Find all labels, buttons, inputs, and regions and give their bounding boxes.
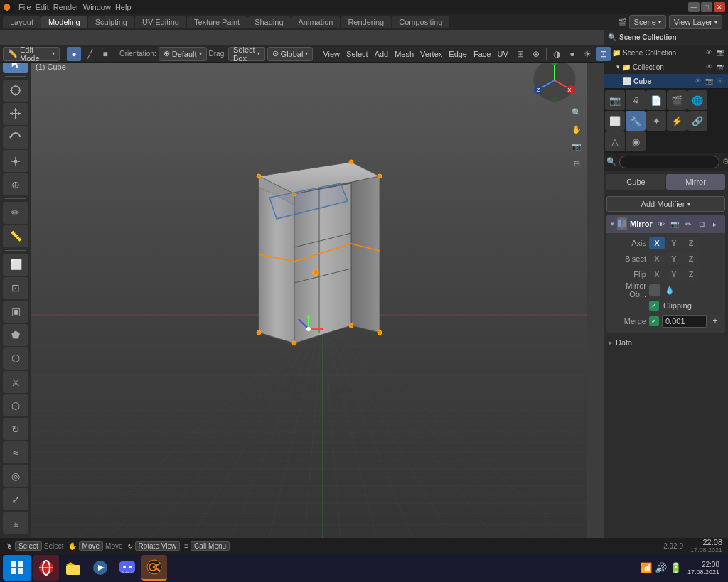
menu-render[interactable]: Render: [53, 3, 79, 11]
tab-layout[interactable]: Layout: [3, 16, 41, 28]
merge-plus-btn[interactable]: +: [710, 315, 721, 328]
push-pull-tool[interactable]: ⤢: [3, 488, 28, 510]
bisect-y-btn[interactable]: Y: [666, 252, 682, 265]
scale-tool[interactable]: [3, 150, 28, 172]
mod-tab-mirror[interactable]: Mirror: [666, 174, 725, 190]
gizmo-icon[interactable]: ⊕: [529, 47, 543, 61]
shrink-fatten-tool[interactable]: ◎: [3, 465, 28, 487]
tab-shading[interactable]: Shading: [247, 16, 290, 28]
cube-render-icon[interactable]: 📷: [704, 76, 714, 86]
transform-tool[interactable]: ⊕: [3, 173, 28, 195]
axis-y-btn[interactable]: Y: [666, 237, 682, 249]
render-icon[interactable]: 📷: [715, 48, 725, 58]
cursor-tool[interactable]: [3, 80, 28, 102]
tray-battery[interactable]: 🔋: [670, 562, 682, 573]
constraints-props-tab[interactable]: 🔗: [687, 111, 707, 131]
tab-animation[interactable]: Animation: [291, 16, 341, 28]
modifier-props-tab[interactable]: 🔧: [626, 111, 646, 131]
measure-tool[interactable]: 📏: [3, 225, 28, 247]
face-icon[interactable]: ■: [98, 47, 112, 61]
taskbar-discord[interactable]: [114, 555, 140, 581]
view-layer-dropdown[interactable]: View Layer ▾: [669, 15, 722, 29]
inset-tool[interactable]: ▣: [3, 301, 28, 323]
menu-window[interactable]: Window: [83, 3, 111, 11]
outliner-item-cube[interactable]: ⬜ Cube 👁 📷 ☉: [604, 74, 728, 88]
rotate-tool[interactable]: [3, 126, 28, 149]
face-menu[interactable]: Face: [471, 49, 493, 59]
spin-tool[interactable]: ↻: [3, 418, 28, 440]
view-layer-props-tab[interactable]: 📄: [646, 90, 666, 110]
taskbar-explorer[interactable]: [60, 555, 86, 581]
edge-menu[interactable]: Edge: [446, 49, 470, 59]
vertex-icon[interactable]: ●: [67, 47, 81, 61]
smooth-tool[interactable]: ≈: [3, 441, 28, 463]
render-shading[interactable]: ☀: [581, 47, 595, 61]
settings-icon[interactable]: ⚙: [722, 157, 728, 166]
mod-card-header[interactable]: ▾ Mirror 👁 📷 ✏ ⊡ ▸ ✕: [606, 215, 725, 233]
tray-volume[interactable]: 🔊: [655, 562, 667, 573]
mod-realtime-icon[interactable]: 👁: [655, 218, 667, 230]
edge-icon[interactable]: ╱: [82, 47, 97, 61]
cube-vis-icon[interactable]: 👁: [692, 76, 702, 86]
mod-close-icon[interactable]: ✕: [723, 218, 725, 230]
tab-uv-editing[interactable]: UV Editing: [135, 16, 186, 28]
data-section[interactable]: ▸ Data: [606, 335, 725, 350]
tab-rendering[interactable]: Rendering: [341, 16, 391, 28]
wireframe-shading[interactable]: ⊡: [596, 47, 611, 61]
mirror-obj-eyedrop[interactable]: 💧: [663, 284, 676, 296]
scene-props-tab[interactable]: 🎬: [667, 90, 687, 110]
axis-z-btn[interactable]: Z: [683, 237, 699, 249]
view-menu[interactable]: View: [320, 49, 343, 59]
overlay-icon[interactable]: ⊞: [513, 47, 528, 61]
bisect-z-btn[interactable]: Z: [683, 252, 699, 265]
particle-props-tab[interactable]: ✦: [646, 111, 666, 131]
scene-dropdown[interactable]: Scene ▾: [629, 15, 666, 29]
material-shading[interactable]: ●: [565, 47, 579, 61]
start-button[interactable]: [3, 555, 31, 581]
pivot-dropdown[interactable]: ⊙ Global ▾: [267, 47, 314, 61]
bevel-tool[interactable]: ⬟: [3, 324, 28, 346]
ortho-icon[interactable]: ⊞: [569, 156, 584, 171]
select-menu[interactable]: Select: [343, 49, 371, 59]
shear-tool[interactable]: ⟁: [3, 512, 28, 534]
merge-value-input[interactable]: 0.001: [662, 315, 707, 328]
cube-sel-icon[interactable]: ☉: [715, 76, 725, 86]
world-props-tab[interactable]: 🌐: [687, 90, 707, 110]
menu-help[interactable]: Help: [115, 3, 132, 11]
outliner-item-collection[interactable]: ▾ 📁 Collection 👁 📷: [604, 60, 728, 74]
mesh-menu[interactable]: Mesh: [392, 49, 417, 59]
mod-edit-icon[interactable]: ✏: [682, 218, 694, 230]
add-modifier-button[interactable]: Add Modifier ▾: [606, 196, 725, 212]
poly-build-tool[interactable]: ⬡: [3, 394, 28, 416]
menu-edit[interactable]: Edit: [36, 3, 49, 11]
physics-props-tab[interactable]: ⚡: [667, 111, 687, 131]
edit-mode-dropdown[interactable]: ✏️ Edit Mode ▾: [3, 47, 60, 61]
close-button[interactable]: ✕: [714, 2, 725, 12]
data-props-tab[interactable]: △: [605, 131, 625, 151]
add-cube-tool[interactable]: ⬜: [3, 254, 28, 276]
viewport-3d[interactable]: User Perspective (1) Cube X Y Z 🔍 ✋ �: [31, 48, 587, 565]
tab-sculpting[interactable]: Sculpting: [88, 16, 134, 28]
tab-compositing[interactable]: Compositing: [392, 16, 449, 28]
flip-y-btn[interactable]: Y: [666, 268, 682, 281]
visibility-icon[interactable]: 👁: [704, 48, 714, 58]
pan-icon[interactable]: ✋: [569, 122, 584, 136]
flip-x-btn[interactable]: X: [649, 268, 665, 281]
taskbar-media[interactable]: [87, 555, 113, 581]
modifier-search-input[interactable]: [619, 156, 719, 168]
outliner-item-scene[interactable]: ▾ 📁 Scene Collection 👁 📷: [604, 45, 728, 60]
menu-file[interactable]: File: [18, 3, 31, 11]
solid-shading[interactable]: ◑: [550, 47, 564, 61]
camera-icon[interactable]: 📷: [569, 139, 584, 153]
vertex-menu[interactable]: Vertex: [417, 49, 445, 59]
bisect-x-btn[interactable]: X: [649, 252, 665, 265]
col-vis-icon[interactable]: 👁: [704, 62, 714, 72]
output-props-tab[interactable]: 🖨: [626, 90, 646, 110]
mod-apply-icon[interactable]: ▸: [710, 218, 721, 230]
mod-render-icon[interactable]: 📷: [669, 218, 680, 230]
move-tool[interactable]: [3, 103, 28, 125]
mod-tab-cube[interactable]: Cube: [606, 174, 665, 190]
mod-cage-icon[interactable]: ⊡: [696, 218, 707, 230]
maximize-button[interactable]: □: [701, 2, 712, 12]
drag-dropdown[interactable]: Select Box ▾: [228, 47, 265, 61]
